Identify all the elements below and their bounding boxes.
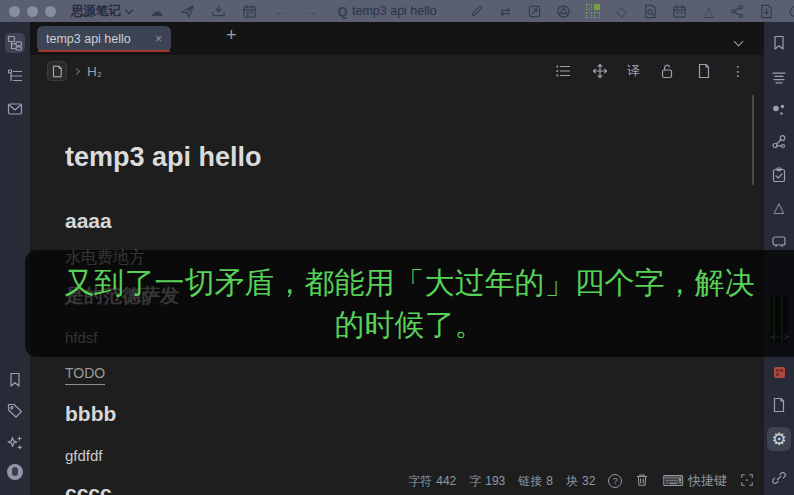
sync-icon[interactable] <box>788 4 794 19</box>
search-icon[interactable]: Q <box>335 4 350 19</box>
flashcard-clipboard-icon[interactable] <box>769 165 789 185</box>
marketplace-grid-icon[interactable] <box>585 4 600 19</box>
block-count: 块32 <box>566 473 595 490</box>
backlinks-icon[interactable] <box>769 100 789 120</box>
window-zoom-button[interactable] <box>45 6 56 17</box>
forward-arrow-icon[interactable]: → <box>304 4 319 19</box>
window-controls <box>0 6 56 17</box>
move-icon[interactable] <box>590 61 610 81</box>
plugin-update-icon[interactable] <box>769 362 789 382</box>
settings-gear-icon[interactable]: ⚙ <box>767 427 791 451</box>
paragraph-gfdfdf[interactable]: gfdfdf <box>65 447 103 464</box>
overlay-line-1: 又到了一切矛盾，都能用「大过年的」四个字，解决 <box>25 262 794 304</box>
daily-note-calendar-icon[interactable] <box>672 4 687 19</box>
tab-label: temp3 api hello <box>46 32 131 46</box>
tag-icon[interactable] <box>5 401 25 421</box>
siyuan-app-window: 思源笔记 ☁ ← → Q temp3 api hello ⇄ <box>0 0 794 495</box>
bookmark-panel-icon[interactable] <box>769 33 789 53</box>
window-title: temp3 api hello <box>352 4 437 18</box>
breadcrumb-chevron-icon <box>73 67 80 74</box>
more-options-icon[interactable]: ⋮ <box>731 63 745 79</box>
doc-title-heading[interactable]: temp3 api hello <box>65 142 262 173</box>
cloud-sync-icon[interactable]: ☁ <box>149 4 164 19</box>
titlebar-left-icons: ☁ ← → Q <box>149 4 350 19</box>
eraser-diamond-icon[interactable]: ◇ <box>614 4 629 19</box>
tab-close-icon[interactable]: × <box>155 32 162 46</box>
outline-icon[interactable] <box>5 66 25 86</box>
translate-icon[interactable]: 译 <box>627 62 640 80</box>
heading-cccc-clipped[interactable]: cccc <box>65 481 112 495</box>
keyboard-icon: ⌨ <box>662 472 684 490</box>
status-bar: 字符442 字193 链接8 块32 ? ⌨ 快捷键 <box>408 472 754 490</box>
fullscreen-corners-icon[interactable] <box>740 473 754 490</box>
trash-icon[interactable] <box>635 473 649 490</box>
breadcrumb-doc-icon[interactable] <box>47 61 67 81</box>
help-avatar-icon[interactable] <box>5 462 25 482</box>
inbox-mail-icon[interactable] <box>5 99 25 119</box>
shuffle-icon[interactable]: ⇄ <box>498 4 513 19</box>
tab-list-chevron-icon[interactable] <box>735 31 742 49</box>
doc-search-icon[interactable] <box>643 4 658 19</box>
tab-temp3-api-hello[interactable]: temp3 api hello × <box>37 26 171 52</box>
outline-align-icon[interactable] <box>769 68 789 88</box>
list-icon[interactable] <box>553 61 573 81</box>
graph-icon[interactable] <box>769 132 789 152</box>
send-icon[interactable] <box>180 4 195 19</box>
breadcrumb-bar: H₂ 译 ⋮ <box>30 55 764 87</box>
back-arrow-icon[interactable]: ← <box>273 4 288 19</box>
window-minimize-button[interactable] <box>27 6 38 17</box>
window-close-button[interactable] <box>9 6 20 17</box>
word-count: 字193 <box>469 473 505 490</box>
breadcrumb-segment-h2[interactable]: H₂ <box>87 64 102 79</box>
browser-icon[interactable] <box>556 4 571 19</box>
share-icon[interactable] <box>730 4 745 19</box>
shortcut-keys-button[interactable]: ⌨ 快捷键 <box>662 472 727 490</box>
export-doc-icon[interactable] <box>759 4 774 19</box>
app-menu-label: 思源笔记 <box>71 3 121 20</box>
brush-icon[interactable] <box>469 4 484 19</box>
tab-bar: temp3 api hello × + <box>30 22 764 55</box>
card-partial-icon[interactable] <box>769 230 789 250</box>
heading-aaaa[interactable]: aaaa <box>65 209 112 233</box>
chevron-down-icon <box>125 5 133 13</box>
char-count: 字符442 <box>408 473 456 490</box>
inbox-triangle-panel-icon[interactable]: △ <box>769 197 789 217</box>
open-window-icon[interactable] <box>527 4 542 19</box>
heading-bbbb[interactable]: bbbb <box>65 402 116 426</box>
doc-attrs-icon[interactable] <box>694 61 714 81</box>
danmaku-message-overlay: 又到了一切矛盾，都能用「大过年的」四个字，解决 的时候了。 <box>25 250 794 357</box>
inbox-triangle-icon[interactable]: △ <box>701 4 716 19</box>
overlay-line-2: 的时候了。 <box>25 304 794 346</box>
titlebar: 思源笔记 ☁ ← → Q temp3 api hello ⇄ <box>0 0 794 22</box>
document-panel-icon[interactable] <box>769 395 789 415</box>
editor-scrollbar[interactable] <box>752 95 754 185</box>
titlebar-right-icons: ⇄ ◇ △ <box>469 4 794 19</box>
link-icon[interactable] <box>769 468 789 488</box>
unlock-icon[interactable] <box>657 61 677 81</box>
new-tab-button[interactable]: + <box>226 25 237 46</box>
todo-link[interactable]: TODO <box>65 365 105 385</box>
import-tray-icon[interactable] <box>211 4 226 19</box>
file-tree-icon[interactable] <box>5 33 25 53</box>
app-menu-button[interactable]: 思源笔记 <box>71 3 132 20</box>
bookmark-icon[interactable] <box>5 370 25 390</box>
help-icon[interactable]: ? <box>608 474 622 488</box>
editor-toolbar: 译 ⋮ <box>553 61 764 81</box>
calendar-icon[interactable] <box>242 4 257 19</box>
sparkles-ai-icon[interactable] <box>5 433 25 453</box>
link-count: 链接8 <box>518 473 553 490</box>
